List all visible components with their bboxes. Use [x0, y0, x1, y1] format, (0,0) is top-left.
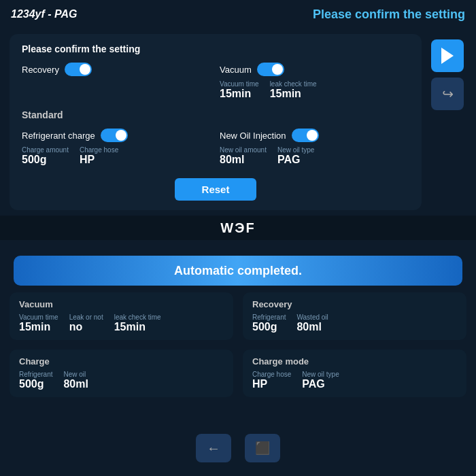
reset-button[interactable]: Reset: [175, 178, 257, 201]
recovery-toggle[interactable]: [65, 63, 92, 76]
bottom-footer: ← ⬛: [0, 427, 476, 469]
new-oil-amount-label: New oil amount: [220, 146, 267, 154]
new-oil-amount-value: 80ml: [220, 154, 267, 166]
rec-wasted-oil-value: 80ml: [296, 321, 328, 333]
vac-time-col: Vacuum time 15min: [19, 313, 58, 333]
rec-wasted-oil-col: Wasted oil 80ml: [296, 313, 328, 333]
vac-leak-check-label: leak check time: [114, 313, 161, 321]
vacuum-toggle[interactable]: [257, 63, 284, 76]
settings-grid: Recovery Vacuum Vacuum time 15min: [22, 63, 409, 166]
charge-mode-info: Charge hose HP New oil type PAG: [252, 371, 457, 390]
vacuum-result-info: Vacuum time 15min Leak or not no leak ch…: [19, 313, 224, 333]
recovery-result-title: Recovery: [252, 299, 457, 309]
standard-item: Standard: [22, 108, 211, 120]
standard-label: Standard: [22, 109, 211, 120]
vacuum-time-value: 15min: [220, 88, 259, 100]
arrow-left-icon: ←: [207, 441, 220, 456]
vacuum-sub-info: Vacuum time 15min leak check time 15min: [220, 80, 409, 100]
vac-time-label: Vacuum time: [19, 313, 58, 321]
device-label: 1234yf - PAG: [11, 8, 78, 20]
charge-mode-title: Charge mode: [252, 356, 457, 367]
footer-back-button[interactable]: ←: [196, 434, 231, 462]
cm-oil-type-label: New oil type: [302, 371, 339, 378]
vacuum-result-title: Vacuum: [19, 299, 224, 309]
charge-hose-value: HP: [80, 154, 118, 166]
vacuum-time-label: Vacuum time: [220, 80, 259, 88]
charge-result-title: Charge: [19, 356, 224, 367]
charge-result-info: Refrigerant 500g New oil 80ml: [19, 371, 224, 390]
refrigerant-toggle-row: Refrigerant charge: [22, 129, 211, 142]
chg-new-oil-label: New oil: [63, 371, 88, 378]
rec-refrigerant-value: 500g: [252, 321, 286, 333]
reset-area: Reset: [22, 178, 409, 201]
new-oil-label: New Oil Injection: [220, 131, 286, 141]
top-content-area: Please confirm the setting Recovery Vacu…: [0, 29, 476, 216]
settings-card: Please confirm the setting Recovery Vacu…: [10, 34, 422, 210]
bottom-header: Automatic completed.: [14, 256, 462, 286]
spacer: [220, 108, 409, 120]
back-icon: ↩: [442, 86, 454, 102]
play-button[interactable]: [431, 39, 464, 72]
rec-wasted-oil-label: Wasted oil: [296, 313, 328, 321]
recovery-result-info: Refrigerant 500g Wasted oil 80ml: [252, 313, 457, 333]
top-header: 1234yf - PAG Please confirm the setting: [0, 0, 476, 29]
vac-time-value: 15min: [19, 321, 58, 333]
leak-check-label: leak check time: [270, 80, 317, 88]
chg-new-oil-value: 80ml: [63, 378, 88, 390]
new-oil-toggle-row: New Oil Injection: [220, 129, 409, 142]
chg-refrigerant-label: Refrigerant: [19, 371, 52, 378]
chg-refrigerant-col: Refrigerant 500g: [19, 371, 52, 390]
new-oil-type-col: New oil type PAG: [277, 146, 314, 166]
top-panel: 1234yf - PAG Please confirm the setting …: [0, 0, 476, 245]
vacuum-label: Vacuum: [220, 65, 252, 75]
footer-monitor-button[interactable]: ⬛: [245, 434, 280, 462]
monitor-icon: ⬛: [255, 441, 270, 456]
recovery-label: Recovery: [22, 65, 59, 75]
new-oil-amount-col: New oil amount 80ml: [220, 146, 267, 166]
cm-hose-col: Charge hose HP: [252, 371, 291, 390]
refrigerant-charge-toggle[interactable]: [101, 129, 128, 142]
chg-refrigerant-value: 500g: [19, 378, 52, 390]
chg-new-oil-col: New oil 80ml: [63, 371, 88, 390]
rec-refrigerant-col: Refrigerant 500g: [252, 313, 286, 333]
vac-leak-col: Leak or not no: [69, 313, 103, 333]
new-oil-toggle[interactable]: [292, 129, 319, 142]
side-buttons: ↩: [428, 34, 466, 210]
back-button[interactable]: ↩: [431, 78, 464, 110]
charge-mode-block: Charge mode Charge hose HP New oil type …: [243, 350, 466, 397]
bottom-panel: Automatic completed. Vacuum Vacuum time …: [0, 245, 476, 476]
new-oil-sub-info: New oil amount 80ml New oil type PAG: [220, 146, 409, 166]
play-icon: [441, 48, 454, 64]
new-oil-type-value: PAG: [277, 154, 314, 166]
leak-check-value: 15min: [270, 88, 317, 100]
leak-check-col: leak check time 15min: [270, 80, 317, 100]
bottom-content: Vacuum Vacuum time 15min Leak or not no …: [0, 286, 476, 404]
charge-amount-label: Charge amount: [22, 146, 69, 154]
bottom-header-title: Automatic completed.: [174, 264, 302, 278]
vac-leak-check-col: leak check time 15min: [114, 313, 161, 333]
vacuum-time-col: Vacuum time 15min: [220, 80, 259, 100]
recovery-item: Recovery: [22, 63, 211, 100]
charge-sub-info: Charge amount 500g Charge hose HP: [22, 146, 211, 166]
vacuum-result-block: Vacuum Vacuum time 15min Leak or not no …: [10, 292, 233, 340]
refrigerant-charge-label: Refrigerant charge: [22, 131, 95, 141]
new-oil-type-label: New oil type: [277, 146, 314, 154]
card-title: Please confirm the setting: [22, 44, 409, 54]
logo: WЭF: [220, 220, 255, 236]
vac-leak-value: no: [69, 321, 103, 333]
new-oil-item: New Oil Injection New oil amount 80ml Ne…: [220, 129, 409, 166]
vac-leak-label: Leak or not: [69, 313, 103, 321]
cm-oil-type-col: New oil type PAG: [302, 371, 339, 390]
vac-leak-check-value: 15min: [114, 321, 161, 333]
cm-oil-type-value: PAG: [302, 378, 339, 390]
logo-bar: WЭF: [0, 216, 476, 240]
vacuum-toggle-row: Vacuum: [220, 63, 409, 76]
recovery-result-block: Recovery Refrigerant 500g Wasted oil 80m…: [243, 292, 466, 340]
cm-hose-value: HP: [252, 378, 291, 390]
charge-hose-label: Charge hose: [80, 146, 118, 154]
charge-amount-col: Charge amount 500g: [22, 146, 69, 166]
charge-hose-col: Charge hose HP: [80, 146, 118, 166]
rec-refrigerant-label: Refrigerant: [252, 313, 286, 321]
cm-hose-label: Charge hose: [252, 371, 291, 378]
confirm-title: Please confirm the setting: [313, 7, 465, 22]
